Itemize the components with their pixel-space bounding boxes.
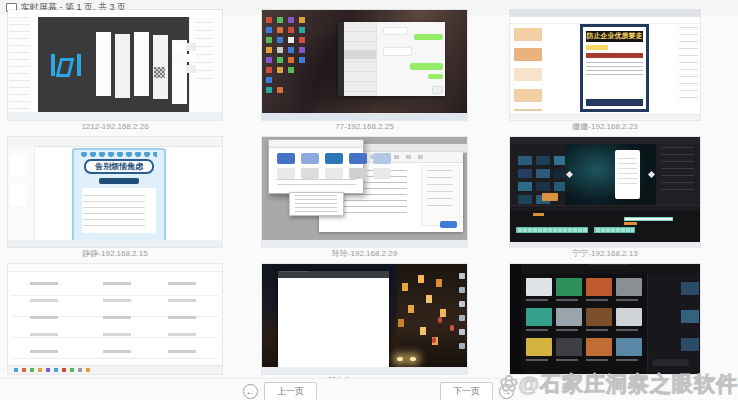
- screen-cell-1: 1212-192.168.2.26: [8, 10, 222, 133]
- screen-label-2: 77-192.168.2.25: [262, 120, 467, 133]
- send-button: [432, 86, 444, 94]
- timeline-text-bar: [624, 217, 673, 221]
- properties-panel: [656, 144, 700, 206]
- lit-windows: [418, 275, 424, 283]
- sheet-grid: [12, 275, 217, 361]
- design-tool-right-panel: [189, 17, 222, 113]
- screen-label-3: 姗姗-192.168.2.23: [510, 120, 700, 133]
- yellow-strip: [586, 45, 607, 50]
- taskbar: [8, 112, 222, 120]
- page-thumbnails-pane: [8, 146, 35, 247]
- blue-logo-shape: [51, 54, 81, 76]
- screen-thumbnail-9[interactable]: [510, 264, 700, 374]
- screen-cell-3: 防止企业优质要走 姗姗-192.168.2.23: [510, 10, 700, 133]
- design-tool-left-sidebar: [8, 17, 39, 113]
- pagination-bar: ← 上一页 下一页 →: [0, 378, 738, 400]
- screen-thumbnail-3[interactable]: 防止企业优质要走: [510, 10, 700, 120]
- app-topbar: [521, 264, 700, 274]
- desktop-icons-column: [459, 273, 465, 279]
- video-preview: [565, 144, 656, 206]
- screen-thumbnail-5[interactable]: [262, 137, 467, 247]
- desktop-icons-grid: [266, 17, 272, 23]
- poster-page: 防止企业优质要走: [580, 24, 648, 112]
- sheet-text-cells: [30, 282, 58, 285]
- taskbar: [262, 367, 467, 374]
- chat-bubble-green: [428, 74, 443, 79]
- media-thumbnails: [518, 156, 532, 165]
- red-lanterns: [438, 317, 442, 323]
- prev-arrow-icon[interactable]: ←: [243, 384, 258, 399]
- taskbar-icons: [14, 368, 18, 372]
- screen-thumbnail-1[interactable]: [8, 10, 222, 120]
- timeline-clip: [594, 227, 636, 233]
- timeline-chip: [533, 213, 544, 216]
- next-group: 下一页 →: [440, 382, 514, 400]
- wechat-chat-area: [376, 22, 445, 96]
- chat-bubble-green: [410, 63, 443, 70]
- dropdown-list: [289, 192, 344, 216]
- chat-bubble-left: [383, 27, 408, 35]
- wechat-window: [338, 22, 445, 96]
- prev-page-button[interactable]: 上一页: [264, 382, 317, 400]
- phone-mockup: [615, 150, 640, 199]
- taskbar: [510, 242, 700, 248]
- prev-group: ← 上一页: [243, 382, 317, 400]
- detail-thumbnails: [681, 282, 699, 295]
- wechat-selected-row: [344, 50, 376, 59]
- red-strip: [586, 53, 642, 59]
- screen-cell-6: 宁宁-192.168.2.13: [510, 137, 700, 260]
- poster-title-ribbon: 告别烦恼焦虑: [84, 159, 154, 174]
- dialog-text-lines: [277, 179, 356, 189]
- chat-bubble-green: [414, 34, 443, 40]
- shape-chips-blue: [277, 153, 295, 164]
- poster-footer-strip: [586, 99, 642, 106]
- qr-code-shape: [154, 67, 165, 78]
- template-cards-grid: [526, 278, 552, 296]
- shape-dialog: [268, 139, 364, 194]
- editor-topbar: [510, 137, 700, 144]
- next-page-button[interactable]: 下一页: [440, 382, 493, 400]
- screen-cell-9: [510, 264, 700, 387]
- blue-poster-card: 告别烦恼焦虑: [72, 148, 166, 242]
- detail-search-bar: [652, 359, 689, 366]
- taskbar: [262, 113, 467, 120]
- taskbar: [8, 240, 222, 247]
- template-list: [514, 28, 543, 112]
- design-cards: [173, 43, 183, 51]
- sheet-toolbar: [8, 264, 222, 272]
- next-arrow-icon[interactable]: →: [499, 384, 514, 399]
- screen-thumbnail-6[interactable]: [510, 137, 700, 247]
- screen-thumbnail-4[interactable]: 告别烦恼焦虑: [8, 137, 222, 247]
- screen-label-6: 宁宁-192.168.2.13: [510, 247, 700, 260]
- taskbar: [262, 240, 467, 247]
- right-toolbar: [679, 27, 698, 104]
- design-frames: [96, 32, 111, 96]
- taskbar: [510, 114, 700, 121]
- shape-chips-gray: [277, 168, 295, 179]
- screen-label-5: 玲玲-192.168.2.29: [262, 247, 467, 260]
- template-captions: [526, 299, 548, 301]
- screen-thumbnail-8[interactable]: [262, 264, 467, 374]
- screen-thumbnail-7[interactable]: [8, 264, 222, 374]
- detail-panel: [647, 274, 700, 374]
- screen-label-4: 静静-192.168.2.15: [8, 247, 222, 260]
- screen-cell-7: 4077-192.168.2.11: [8, 264, 222, 387]
- browser-toolbar: [510, 17, 700, 25]
- timeline-clip: [516, 227, 588, 233]
- timeline: [510, 205, 700, 242]
- poster-sub-ribbon: [99, 178, 139, 184]
- app-sidebar: [510, 264, 521, 374]
- screen-label-1: 1212-192.168.2.26: [8, 120, 222, 133]
- screen-cell-2: 77-192.168.2.25: [262, 10, 467, 133]
- poster-banner: 防止企业优质要走: [586, 31, 642, 42]
- timeline-ruler: [510, 206, 700, 210]
- building-silhouette: [397, 264, 467, 374]
- screen-cell-4: 告别烦恼焦虑 静静-192.168.2.15: [8, 137, 222, 260]
- scallop-garland: [81, 152, 157, 157]
- chat-bubble-left: [383, 47, 412, 56]
- document-right-panel: [421, 165, 460, 226]
- screen-thumbnail-2[interactable]: [262, 10, 467, 120]
- dialog-titlebar: [269, 140, 363, 147]
- blank-white-window: [278, 271, 389, 369]
- poster-body-paper: [82, 188, 156, 233]
